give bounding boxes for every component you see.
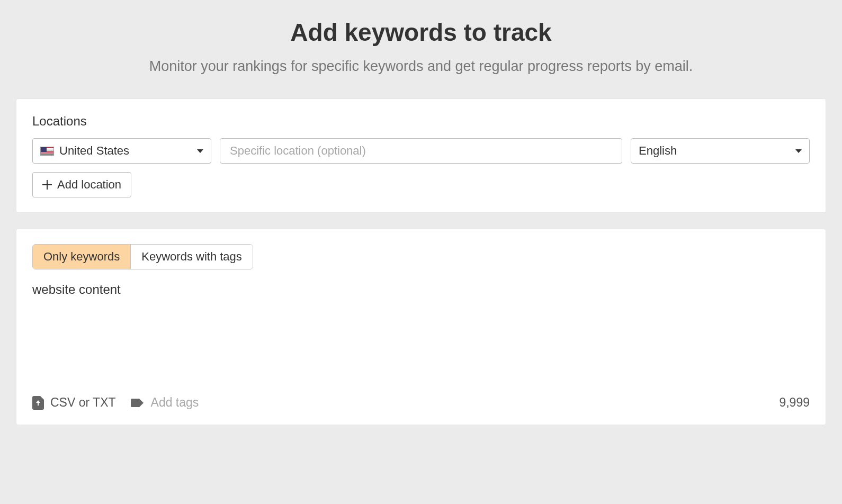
page-title: Add keywords to track — [16, 18, 826, 47]
tab-only-keywords[interactable]: Only keywords — [33, 245, 130, 269]
upload-file-button[interactable]: CSV or TXT — [32, 395, 116, 410]
tab-keywords-with-tags[interactable]: Keywords with tags — [130, 245, 253, 269]
add-location-button[interactable]: Add location — [32, 172, 131, 197]
chevron-down-icon — [197, 149, 203, 153]
tag-icon — [131, 398, 145, 408]
chevron-down-icon — [795, 149, 802, 153]
keywords-textarea[interactable] — [32, 282, 810, 388]
page-subtitle: Monitor your rankings for specific keywo… — [16, 58, 826, 75]
upload-file-label: CSV or TXT — [50, 395, 116, 410]
us-flag-icon — [40, 147, 54, 156]
specific-location-input[interactable] — [220, 138, 622, 164]
country-select[interactable]: United States — [32, 138, 211, 164]
add-tags-button[interactable]: Add tags — [131, 395, 199, 410]
page-header: Add keywords to track Monitor your ranki… — [16, 18, 826, 75]
plus-icon — [42, 180, 52, 190]
location-row: United States English — [32, 138, 810, 164]
file-upload-icon — [32, 396, 44, 410]
locations-label: Locations — [32, 114, 810, 129]
add-tags-label: Add tags — [151, 395, 199, 410]
keywords-card: Only keywords Keywords with tags CSV or … — [16, 229, 826, 425]
country-selected-label: United States — [59, 144, 129, 158]
footer-left: CSV or TXT Add tags — [32, 395, 199, 410]
keywords-footer: CSV or TXT Add tags 9,999 — [32, 395, 810, 410]
add-location-label: Add location — [57, 178, 121, 192]
keywords-remaining-counter: 9,999 — [779, 395, 810, 410]
keyword-mode-tabs: Only keywords Keywords with tags — [32, 244, 253, 269]
locations-card: Locations United States English Add loca… — [16, 98, 826, 213]
language-select[interactable]: English — [631, 138, 810, 164]
language-selected-label: English — [639, 144, 677, 158]
